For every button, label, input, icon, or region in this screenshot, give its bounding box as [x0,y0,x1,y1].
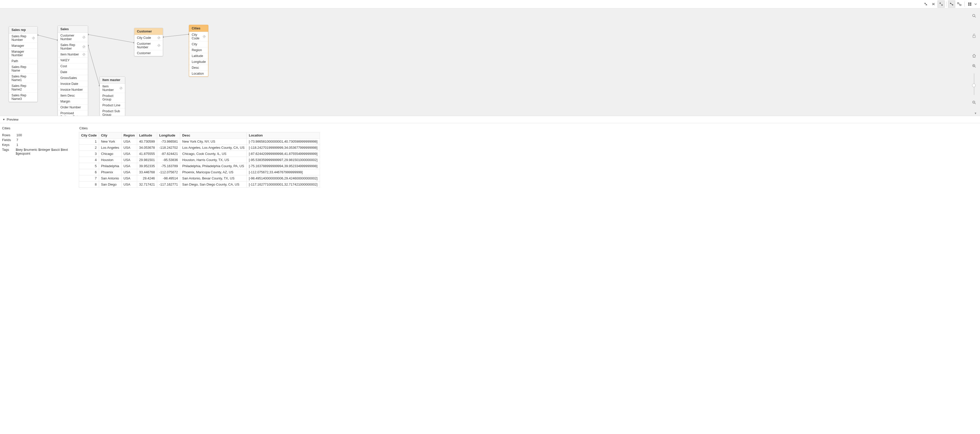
grid-cell: 33.446768 [137,169,157,175]
table-field[interactable]: Sales Rep Number⚿ [9,33,37,43]
svg-rect-3 [958,3,959,4]
table-field[interactable]: Path [9,58,37,64]
preview-label: Preview [6,117,18,121]
table-field[interactable]: Longitude [189,59,208,65]
table-header[interactable]: Customer [134,28,163,35]
table-field[interactable]: Sales Rep Name1 [9,74,37,83]
zoom-out-icon[interactable] [971,100,977,105]
table-field[interactable]: Cost [58,63,88,69]
table-row[interactable]: 6PhoenixUSA33.446768-112.075672Phoenix, … [79,169,320,175]
grid-column-header[interactable]: Desc [180,132,247,139]
table-field[interactable]: Item Desc [58,93,88,99]
grid-cell: San Antonio, Bexar County, TX, US [180,175,247,182]
table-field[interactable]: Product Line [100,103,125,108]
data-grid[interactable]: City CodeCityRegionLatitudeLongitudeDesc… [79,132,320,188]
zoom-in-icon[interactable] [971,63,977,69]
grid-cell: -112.075672 [157,169,180,175]
table-field[interactable]: Product Group [100,93,125,103]
grid-column-header[interactable]: Longitude [157,132,180,139]
table-row[interactable]: 7San AntonioUSA29.4246-98.49514San Anton… [79,175,320,182]
table-field[interactable]: Margin [58,99,88,105]
table-row[interactable]: 5PhiladelphiaUSA39.952335-75.163789Phila… [79,163,320,169]
preview-metadata: Cities Rows100 Fields7 Keys1 Tags$key $n… [2,126,79,188]
table-cities[interactable]: Cities City Code⚿CityRegionLatitudeLongi… [189,25,208,77]
table-item-master[interactable]: Item master Item Number⚿Product GroupPro… [100,76,125,116]
table-field[interactable]: Sales Rep Name2 [9,83,37,92]
table-field[interactable]: Customer Number⚿ [58,33,88,42]
zoom-slider[interactable] [974,73,975,95]
expand-all-icon[interactable] [937,0,945,8]
table-row[interactable]: 2Los AngelesUSA34.053678-118.242702Los A… [79,145,320,151]
table-field[interactable]: Location [189,71,208,76]
table-field[interactable]: Sales Rep Name3 [9,92,37,102]
data-model-canvas[interactable]: Sales rep Sales Rep Number⚿ManagerManage… [0,8,980,116]
unlock-icon[interactable] [971,33,977,39]
top-toolbar [0,0,980,8]
table-field[interactable]: Sales Rep Number⚿ [58,42,88,52]
grid-cell: Los Angeles [99,145,121,151]
table-field[interactable]: %KEY [58,57,88,63]
grid-cell: 41.875555 [137,151,157,157]
table-header[interactable]: Sales rep [9,27,37,33]
table-field[interactable]: Order Number [58,105,88,111]
table-header[interactable]: Item master [100,77,125,84]
layout-dropdown-icon[interactable] [974,0,977,8]
chevron-down-icon[interactable]: ▼ [974,112,977,115]
table-field[interactable]: Region [189,47,208,53]
table-field[interactable]: City Code⚿ [189,32,208,41]
table-field[interactable]: Customer Number⚿ [134,41,163,50]
table-field[interactable]: Invoice Number [58,87,88,93]
table-field[interactable]: Latitude [189,53,208,59]
table-field[interactable]: Manager Number [9,49,37,58]
grid-column-header[interactable]: Location [247,132,320,139]
grid-cell: [-73.986581000000001,40.730598999999998] [247,139,320,145]
layout-grid-icon[interactable] [966,0,974,8]
grid-cell: -118.242702 [157,145,180,151]
svg-line-25 [975,67,976,68]
grid-column-header[interactable]: Region [121,132,137,139]
grid-cell: [-118.24270199999999,34.053677999999998] [247,145,320,151]
table-field[interactable]: City [189,41,208,47]
table-customer[interactable]: Customer City Code⚿Customer Number⚿Custo… [134,28,163,56]
table-row[interactable]: 4HoustonUSA29.981501-95.53836Houston, Ha… [79,157,320,163]
grid-column-header[interactable]: City [99,132,121,139]
table-field[interactable]: Manager [9,43,37,49]
preview-data-grid: Cities City CodeCityRegionLatitudeLongit… [79,126,320,188]
grid-cell: -117.162771 [157,182,180,188]
table-field[interactable]: City Code⚿ [134,35,163,41]
zoom-slider-thumb[interactable] [972,84,976,87]
table-sales[interactable]: Sales Customer Number⚿Sales Rep Number⚿I… [57,25,88,116]
search-icon[interactable] [971,13,977,19]
table-field[interactable]: Item Number⚿ [58,52,88,57]
home-icon[interactable] [971,53,977,59]
table-field[interactable]: Item Number⚿ [100,84,125,93]
table-field[interactable]: Promised Delivery Date [58,111,88,116]
grid-cell: 3 [79,151,99,157]
table-field[interactable]: Sales Rep Name [9,64,37,74]
table-row[interactable]: 3ChicagoUSA41.875555-87.624421Chicago, C… [79,151,320,157]
disable-links-icon[interactable] [930,0,937,8]
table-field[interactable]: Product Sub Group [100,108,125,116]
preview-toggle-bar[interactable]: ▼ Preview [0,116,980,123]
grid-cell: [-75.163788999999994,39.952334999999998] [247,163,320,169]
table-field[interactable]: Desc [189,65,208,71]
table-field[interactable]: GrossSales [58,75,88,81]
grid-column-header[interactable]: City Code [79,132,99,139]
table-header[interactable]: Sales [58,26,88,33]
svg-line-5 [959,3,960,5]
table-field[interactable]: Date [58,69,88,75]
table-sales-rep[interactable]: Sales rep Sales Rep Number⚿ManagerManage… [9,26,38,102]
data-table-name: Cities [80,126,320,130]
canvas-side-tools [971,13,977,105]
table-row[interactable]: 8San DiegoUSA32.717421-117.162771San Die… [79,182,320,188]
table-header[interactable]: Cities [189,25,208,32]
table-row[interactable]: 1New YorkUSA40.730599-73.986581New York … [79,139,320,145]
table-field[interactable]: Invoice Date [58,81,88,87]
svg-line-2 [951,3,952,5]
grid-column-header[interactable]: Latitude [137,132,157,139]
table-field[interactable]: Customer [134,50,163,56]
grid-cell: USA [121,182,137,188]
collapse-all-icon[interactable] [922,0,929,8]
source-table-view-icon[interactable] [956,0,963,8]
internal-table-view-icon[interactable] [948,0,955,8]
